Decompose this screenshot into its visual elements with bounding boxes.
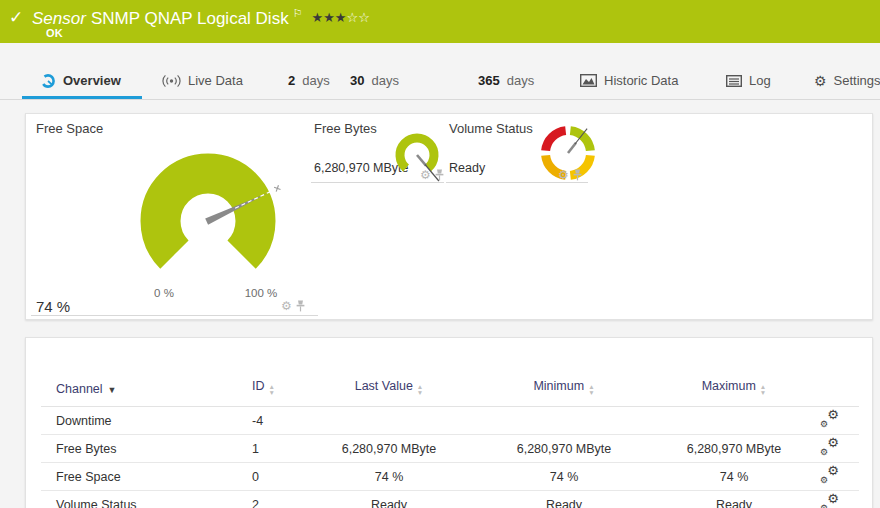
sort-icons: ▲▼ — [269, 384, 275, 396]
col-header-channel-label: Channel — [56, 382, 103, 396]
primary-block-divider — [31, 315, 318, 316]
tab-30-days-label: days — [371, 73, 398, 88]
primary-gauge-value: 74 % — [36, 298, 70, 315]
gear-icon: ⚙ — [827, 492, 839, 505]
channel-last-value-cell: 74 % — [318, 463, 460, 491]
sort-desc-icon: ▼ — [269, 390, 275, 396]
gear-icon[interactable]: ⚙ — [281, 300, 292, 312]
col-header-minimum-label: Minimum — [533, 379, 584, 393]
channel-id-cell: 1 — [246, 435, 318, 463]
channel-maximum-cell — [668, 407, 800, 435]
gear-icon: ⚙ — [820, 448, 828, 457]
tab-historic-data-label: Historic Data — [604, 73, 678, 88]
channel-actions-cell: ⚙⚙ — [800, 407, 859, 435]
free-bytes-actions[interactable]: ⚙ — [420, 169, 444, 181]
volume-status-label: Volume Status — [449, 121, 533, 136]
pin-icon[interactable] — [435, 169, 444, 181]
col-header-id-label: ID — [252, 379, 265, 393]
channel-last-value-cell — [318, 407, 460, 435]
col-header-maximum[interactable]: Maximum▲▼ — [668, 358, 800, 407]
volume-status-divider — [446, 182, 588, 183]
table-header-row: Channel▼ ID▲▼ Last Value▲▼ Minimum▲▼ Max… — [41, 358, 859, 407]
channel-maximum-cell: 6,280,970 MByte — [668, 435, 800, 463]
gear-icon[interactable]: ⚙ — [558, 169, 569, 181]
tab-365-days-label: days — [507, 73, 534, 88]
active-tab-underline — [22, 96, 142, 99]
stars-empty: ☆☆ — [347, 10, 370, 25]
channel-settings-icon[interactable]: ⚙⚙ — [820, 411, 839, 428]
primary-gauge-label: Free Space — [36, 121, 103, 136]
col-header-channel[interactable]: Channel▼ — [41, 358, 246, 407]
tab-2-days-label: days — [302, 73, 329, 88]
tab-365-days-number: 365 — [478, 73, 500, 88]
col-header-minimum[interactable]: Minimum▲▼ — [460, 358, 668, 407]
log-icon — [726, 75, 742, 87]
table-row: Free Bytes 1 6,280,970 MByte 6,280,970 M… — [41, 435, 859, 463]
gauges-panel: Free Space 0 % 100 % 74 % ⚙ Free Bytes 6… — [25, 113, 873, 320]
channel-actions-cell: ⚙⚙ — [800, 463, 859, 491]
channel-maximum-cell: Ready — [668, 491, 800, 508]
channel-actions-cell: ⚙⚙ — [800, 435, 859, 463]
tab-live-data[interactable]: Live Data — [162, 62, 243, 99]
channel-name-cell: Free Bytes — [41, 435, 246, 463]
sort-icons: ▲▼ — [588, 384, 594, 396]
tab-settings[interactable]: ⚙ Settings — [814, 62, 880, 99]
chart-icon — [580, 74, 597, 88]
channel-name-cell: Downtime — [41, 407, 246, 435]
settings-gear-icon: ⚙ — [814, 74, 827, 88]
flag-icon[interactable]: ⚐ — [293, 7, 303, 19]
tab-log[interactable]: Log — [726, 62, 771, 99]
gear-icon: ⚙ — [820, 504, 828, 508]
volume-status-actions[interactable]: ⚙ — [558, 169, 582, 181]
tab-30-days-number: 30 — [350, 73, 364, 88]
channel-actions-cell: ⚙⚙ — [800, 491, 859, 508]
sensor-name: SNMP QNAP Logical Disk — [91, 9, 289, 28]
gear-icon: ⚙ — [820, 476, 828, 485]
gear-icon: ⚙ — [820, 420, 828, 429]
free-bytes-label: Free Bytes — [314, 121, 377, 136]
sort-desc-icon: ▼ — [760, 390, 766, 396]
channel-id-cell: 2 — [246, 491, 318, 508]
channel-settings-icon[interactable]: ⚙⚙ — [820, 439, 839, 456]
sort-icons: ▲▼ — [760, 384, 766, 396]
primary-gauge-max-label: 100 % — [237, 287, 285, 299]
sensor-title: SensorSNMP QNAP Logical Disk⚐★★★☆☆ — [32, 7, 370, 29]
channels-panel: Channel▼ ID▲▼ Last Value▲▼ Minimum▲▼ Max… — [25, 337, 873, 508]
sensor-header-bar: ✓ SensorSNMP QNAP Logical Disk⚐★★★☆☆ OK — [0, 0, 880, 43]
tab-2-days[interactable]: 2 days — [288, 62, 330, 99]
channel-name-cell: Volume Status — [41, 491, 246, 508]
primary-gauge-min-label: 0 % — [142, 287, 186, 299]
sort-desc-icon: ▼ — [588, 390, 594, 396]
tab-live-data-label: Live Data — [188, 73, 243, 88]
primary-gauge — [128, 141, 288, 301]
pin-icon[interactable] — [296, 300, 305, 312]
pin-icon[interactable] — [573, 169, 582, 181]
primary-gauge-arc — [161, 174, 256, 255]
tab-historic-data[interactable]: Historic Data — [580, 62, 678, 99]
channel-minimum-cell: 74 % — [460, 463, 668, 491]
tab-2-days-number: 2 — [288, 73, 295, 88]
channel-minimum-cell: Ready — [460, 491, 668, 508]
gear-icon: ⚙ — [827, 408, 839, 421]
col-header-last-value[interactable]: Last Value▲▼ — [318, 358, 460, 407]
table-row: Volume Status 2 Ready Ready Ready ⚙⚙ — [41, 491, 859, 508]
channel-minimum-cell: 6,280,970 MByte — [460, 435, 668, 463]
channel-settings-icon[interactable]: ⚙⚙ — [820, 495, 839, 508]
col-header-id[interactable]: ID▲▼ — [246, 358, 318, 407]
status-check-icon: ✓ — [9, 7, 23, 28]
tab-365-days[interactable]: 365 days — [478, 62, 534, 99]
tab-bar: Overview Live Data 2 days 30 days 365 da… — [0, 62, 880, 100]
primary-gauge-actions[interactable]: ⚙ — [281, 300, 305, 312]
tab-30-days[interactable]: 30 days — [350, 62, 399, 99]
channel-minimum-cell — [460, 407, 668, 435]
col-header-last-value-label: Last Value — [355, 379, 413, 393]
col-header-actions — [800, 358, 859, 407]
free-bytes-divider — [311, 182, 444, 183]
tab-settings-label: Settings — [834, 73, 880, 88]
gear-icon[interactable]: ⚙ — [420, 169, 431, 181]
priority-stars[interactable]: ★★★☆☆ — [312, 10, 370, 25]
tab-overview-label: Overview — [63, 73, 121, 88]
broadcast-icon — [162, 74, 181, 88]
channel-settings-icon[interactable]: ⚙⚙ — [820, 467, 839, 484]
tab-overview[interactable]: Overview — [40, 62, 121, 99]
